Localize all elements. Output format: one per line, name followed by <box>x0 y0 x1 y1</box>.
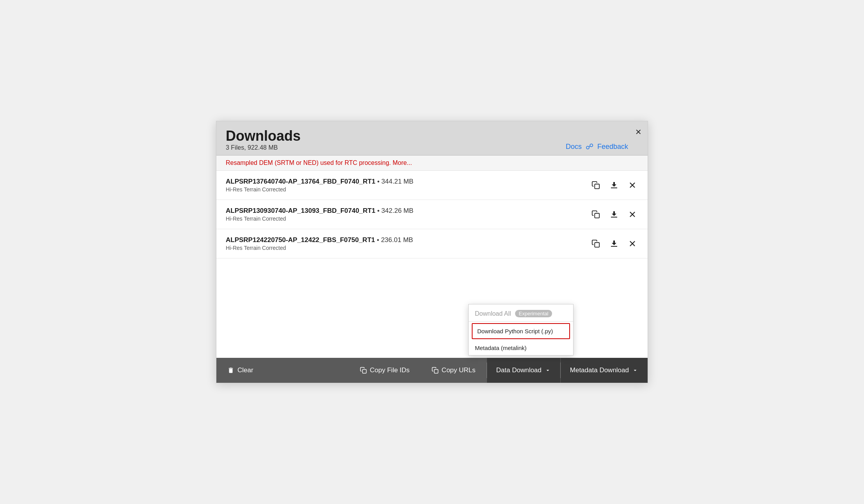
svg-rect-9 <box>362 370 366 373</box>
feedback-link[interactable]: Feedback <box>597 143 628 151</box>
warning-bar: Resampled DEM (SRTM or NED) used for RTC… <box>216 156 648 171</box>
docs-link[interactable]: Docs <box>566 143 582 151</box>
download-file-3-button[interactable] <box>608 237 620 250</box>
remove-file-3-button[interactable] <box>627 238 638 249</box>
remove-file-1-button[interactable] <box>627 179 638 191</box>
metadata-download-button[interactable]: Metadata Download <box>561 358 648 383</box>
copy-file-2-button[interactable] <box>590 209 602 220</box>
copy-file-3-button[interactable] <box>590 238 602 249</box>
feedback-icon: ☍ <box>586 142 593 151</box>
download-dropdown-popup: Download All Experimental Download Pytho… <box>468 304 574 355</box>
copy-file-ids-label: Copy File IDs <box>370 366 410 374</box>
clear-label: Clear <box>237 366 253 374</box>
file-actions-2 <box>590 208 638 221</box>
file-name-1: ALPSRP137640740-AP_13764_FBD_F0740_RT1 •… <box>226 178 413 186</box>
copy-urls-button[interactable]: Copy URLs <box>421 358 487 383</box>
download-file-1-button[interactable] <box>608 179 620 191</box>
file-item: ALPSRP137640740-AP_13764_FBD_F0740_RT1 •… <box>216 171 648 200</box>
modal-title: Downloads <box>226 128 638 144</box>
experimental-badge: Experimental <box>515 310 552 317</box>
file-list: ALPSRP137640740-AP_13764_FBD_F0740_RT1 •… <box>216 171 648 258</box>
remove-file-2-button[interactable] <box>627 209 638 220</box>
download-python-script-button[interactable]: Download Python Script (.py) <box>472 323 570 339</box>
file-actions-3 <box>590 237 638 250</box>
data-download-button[interactable]: Data Download <box>487 358 560 383</box>
file-type-1: Hi-Res Terrain Corrected <box>226 186 413 193</box>
file-name-3: ALPSRP124220750-AP_12422_FBS_F0750_RT1 •… <box>226 236 413 244</box>
svg-rect-0 <box>595 184 599 189</box>
downloads-modal: Downloads 3 Files, 922.48 MB Docs ☍ Feed… <box>216 121 648 384</box>
file-actions-1 <box>590 179 638 191</box>
copy-urls-label: Copy URLs <box>442 366 476 374</box>
metadata-download-label: Metadata Download <box>570 366 629 374</box>
modal-header: Downloads 3 Files, 922.48 MB Docs ☍ Feed… <box>216 121 648 156</box>
svg-rect-3 <box>595 214 599 218</box>
file-type-3: Hi-Res Terrain Corrected <box>226 245 413 251</box>
file-type-2: Hi-Res Terrain Corrected <box>226 216 413 222</box>
file-item: ALPSRP124220750-AP_12422_FBS_F0750_RT1 •… <box>216 229 648 258</box>
file-item: ALPSRP130930740-AP_13093_FBD_F0740_RT1 •… <box>216 200 648 229</box>
file-name-2: ALPSRP130930740-AP_13093_FBD_F0740_RT1 •… <box>226 207 413 215</box>
modal-close-button[interactable]: × <box>636 127 641 137</box>
clear-button[interactable]: Clear <box>216 358 264 383</box>
download-file-2-button[interactable] <box>608 208 620 221</box>
file-info-3: ALPSRP124220750-AP_12422_FBS_F0750_RT1 •… <box>226 236 413 251</box>
dropdown-header-label: Download All <box>475 310 511 317</box>
copy-file-1-button[interactable] <box>590 179 602 191</box>
svg-rect-10 <box>434 370 438 373</box>
dropdown-header-row: Download All Experimental <box>469 304 573 322</box>
copy-file-ids-button[interactable]: Copy File IDs <box>349 358 421 383</box>
file-info-1: ALPSRP137640740-AP_13764_FBD_F0740_RT1 •… <box>226 178 413 193</box>
svg-rect-6 <box>595 243 599 248</box>
metadata-metalink-button[interactable]: Metadata (metalink) <box>469 341 573 355</box>
modal-body: ALPSRP137640740-AP_13764_FBD_F0740_RT1 •… <box>216 171 648 358</box>
file-info-2: ALPSRP130930740-AP_13093_FBD_F0740_RT1 •… <box>226 207 413 222</box>
header-links: Docs ☍ Feedback <box>566 142 628 151</box>
modal-footer: Clear Copy File IDs Copy URLs Data Downl… <box>216 358 648 383</box>
data-download-label: Data Download <box>496 366 542 374</box>
warning-text: Resampled DEM (SRTM or NED) used for RTC… <box>226 159 412 166</box>
